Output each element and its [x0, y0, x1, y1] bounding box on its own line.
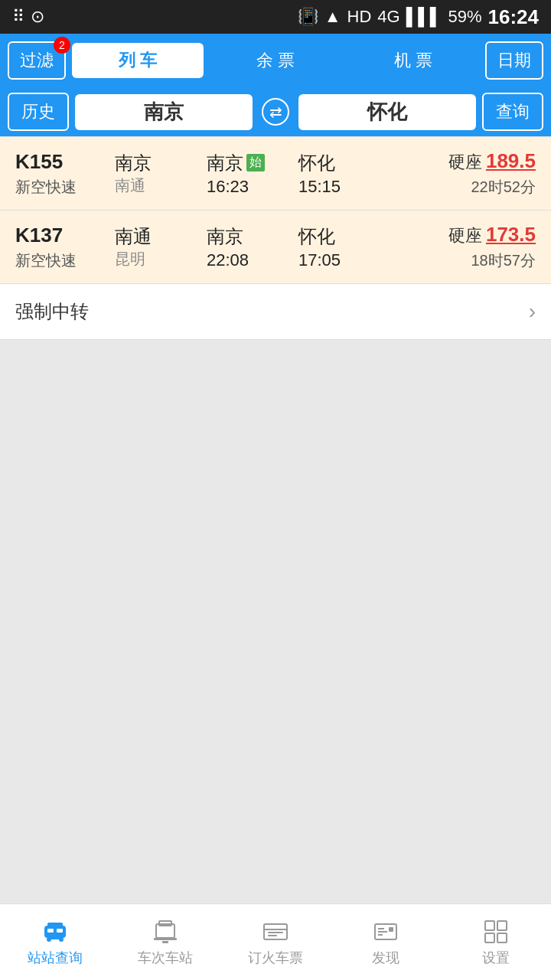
bottom-nav-item-book-ticket[interactable]: 订火车票 [220, 912, 331, 973]
bottom-nav-item-discover[interactable]: 发现 [331, 912, 441, 973]
from-station[interactable]: 南京 [75, 94, 253, 130]
battery-text: 59% [448, 7, 481, 27]
status-right: 📳 ▲ HD 4G ▌▌▌ 59% 16:24 [298, 5, 539, 29]
train-route: 南京 南通 南京 始 16:23 怀化 15:15 [115, 151, 398, 197]
train-list: K155 新空快速 南京 南通 南京 始 16:23 怀化 15:15 [0, 136, 551, 340]
station-icon [152, 918, 179, 946]
ticket-icon [262, 918, 289, 946]
transfer-arrow-icon: › [529, 299, 536, 324]
from-to-cities: 南京 南通 南京 始 16:23 怀化 15:15 [115, 151, 398, 197]
filter-badge: 2 [54, 37, 70, 54]
train-price-info: 硬座 173.5 18时57分 [398, 223, 536, 271]
origin-city: 南通 昆明 [115, 224, 184, 270]
bottom-nav-item-train-station[interactable]: 车次车站 [110, 912, 220, 973]
query-button[interactable]: 查询 [482, 93, 543, 131]
svg-rect-6 [57, 929, 63, 933]
status-left: ⠿ ⊙ [12, 7, 44, 27]
status-time: 16:24 [488, 5, 540, 29]
svg-rect-19 [389, 927, 393, 932]
train-item[interactable]: K137 新空快速 南通 昆明 南京 22:08 怀化 17:05 [0, 211, 551, 284]
train-number: K155 [15, 150, 115, 174]
train-type: 新空快速 [15, 177, 115, 198]
from-to-cities: 南通 昆明 南京 22:08 怀化 17:05 [115, 224, 398, 270]
music-icon: ⊙ [31, 7, 44, 27]
bottom-nav-label-station-query: 站站查询 [28, 949, 83, 967]
notification-icon: ⠿ [12, 7, 24, 27]
train-duration: 18时57分 [398, 250, 536, 271]
svg-rect-20 [485, 921, 494, 930]
svg-rect-23 [497, 933, 507, 942]
arrive-station: 怀化 17:05 [298, 224, 367, 270]
svg-rect-5 [47, 929, 54, 933]
train-info-left: K155 新空快速 [15, 150, 115, 198]
transfer-label: 强制中转 [15, 299, 89, 324]
svg-rect-14 [268, 935, 277, 936]
svg-rect-21 [497, 921, 507, 930]
origin-city: 南京 南通 [115, 151, 184, 197]
arrive-station: 怀化 15:15 [298, 151, 367, 197]
bottom-nav-item-station-query[interactable]: 站站查询 [0, 912, 110, 973]
hd-badge: HD [347, 7, 372, 27]
signal-icon: ▌▌▌ [406, 7, 442, 27]
bottom-nav-item-settings[interactable]: 设置 [441, 912, 551, 973]
filter-button[interactable]: 过滤 2 [8, 41, 66, 80]
train-icon [41, 918, 69, 946]
wifi-icon: ▲ [324, 7, 341, 27]
svg-rect-22 [485, 933, 494, 942]
to-station[interactable]: 怀化 [298, 94, 476, 130]
svg-rect-9 [154, 938, 177, 940]
status-bar: ⠿ ⊙ 📳 ▲ HD 4G ▌▌▌ 59% 16:24 [0, 0, 551, 34]
bottom-nav-label-settings: 设置 [482, 949, 510, 967]
network-icon: 4G [377, 7, 399, 27]
train-item[interactable]: K155 新空快速 南京 南通 南京 始 16:23 怀化 15:15 [0, 136, 551, 211]
train-type: 新空快速 [15, 250, 115, 271]
vibrate-icon: 📳 [298, 7, 318, 27]
svg-rect-1 [47, 923, 63, 927]
start-badge: 始 [246, 154, 265, 172]
train-number: K137 [15, 224, 115, 247]
history-button[interactable]: 历史 [8, 93, 69, 131]
search-row: 历史 南京 ⇄ 怀化 查询 [0, 87, 551, 136]
top-nav: 过滤 2 列 车 余 票 机 票 日期 [0, 34, 551, 87]
train-duration: 22时52分 [398, 177, 536, 198]
date-button[interactable]: 日期 [485, 41, 543, 80]
swap-icon: ⇄ [262, 98, 289, 126]
settings-icon [482, 918, 510, 946]
discover-icon [372, 918, 399, 946]
bottom-nav-label-discover: 发现 [372, 949, 399, 967]
tab-train[interactable]: 列 车 [72, 43, 204, 78]
train-route: 南通 昆明 南京 22:08 怀化 17:05 [115, 224, 398, 270]
swap-button[interactable]: ⇄ [259, 95, 292, 129]
tab-flight[interactable]: 机 票 [347, 43, 479, 78]
bottom-nav-label-train-station: 车次车站 [138, 949, 193, 967]
svg-rect-10 [162, 941, 168, 943]
train-price-info: 硬座 189.5 22时52分 [398, 149, 536, 198]
train-info-left: K137 新空快速 [15, 224, 115, 271]
svg-rect-4 [49, 938, 61, 939]
bottom-nav-label-book-ticket: 订火车票 [248, 949, 303, 967]
depart-station: 南京 22:08 [207, 224, 276, 270]
transfer-row[interactable]: 强制中转 › [0, 284, 551, 340]
svg-rect-13 [268, 932, 283, 933]
bottom-nav: 站站查询 车次车站 订火车票 发现 [0, 903, 551, 980]
tab-ticket[interactable]: 余 票 [210, 43, 341, 78]
content-empty [0, 340, 551, 903]
depart-station: 南京 始 16:23 [207, 151, 276, 197]
